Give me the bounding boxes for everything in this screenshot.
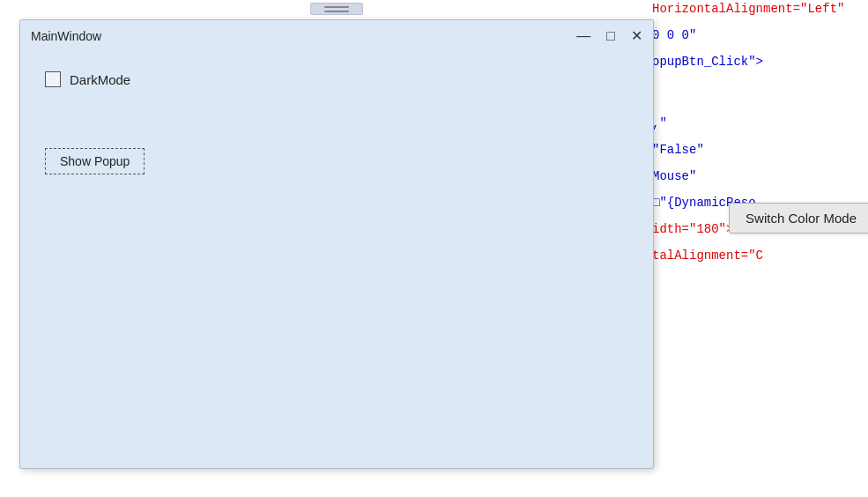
code-line-5: "False" bbox=[652, 143, 704, 157]
window-controls: — □ ✕ bbox=[576, 29, 642, 43]
scrollbar-lines bbox=[324, 6, 349, 12]
switch-color-mode-tooltip[interactable]: Switch Color Mode bbox=[729, 203, 868, 234]
title-bar: MainWindow — □ ✕ bbox=[20, 20, 653, 52]
code-line-3: opupBtn_Click"> bbox=[652, 55, 763, 69]
close-button[interactable]: ✕ bbox=[631, 29, 642, 43]
scrollbar-line bbox=[324, 11, 349, 12]
show-popup-button[interactable]: Show Popup bbox=[45, 148, 145, 174]
code-line-9: talAlignment="C bbox=[652, 248, 763, 263]
main-window: MainWindow — □ ✕ DarkMode Show Popup Swi… bbox=[19, 19, 654, 469]
minimize-button[interactable]: — bbox=[576, 29, 590, 43]
code-line-4: ," bbox=[652, 116, 667, 130]
dark-mode-checkbox-area: DarkMode bbox=[45, 71, 130, 87]
scrollbar-line bbox=[324, 6, 349, 8]
scrollbar-indicator[interactable] bbox=[310, 3, 363, 15]
dark-mode-checkbox[interactable] bbox=[45, 71, 61, 87]
maximize-button[interactable]: □ bbox=[606, 29, 615, 43]
code-line-1: HorizontalAlignment="Left" bbox=[652, 2, 844, 16]
window-title: MainWindow bbox=[31, 29, 576, 43]
code-line-6: Mouse" bbox=[652, 169, 696, 183]
dark-mode-label: DarkMode bbox=[70, 72, 130, 87]
code-line-2: 0 0 0" bbox=[652, 28, 696, 42]
code-line-8: idth="180"> bbox=[652, 222, 733, 236]
